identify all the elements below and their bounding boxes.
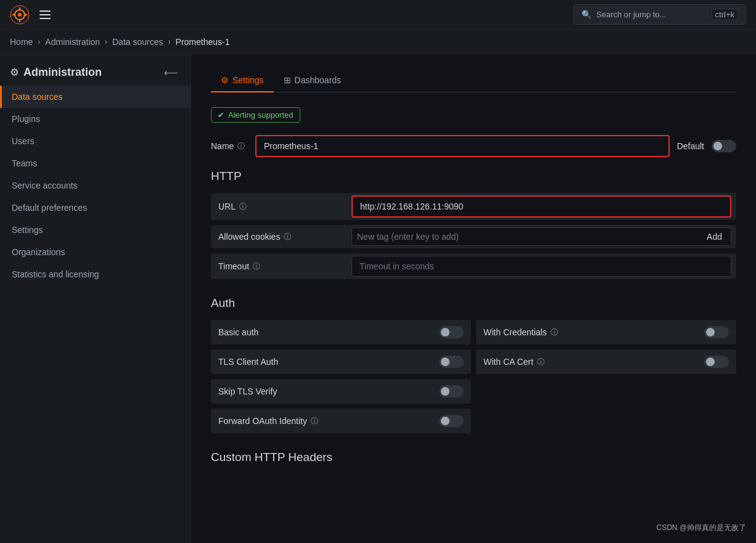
- sidebar-item-teams[interactable]: Teams: [0, 152, 191, 174]
- gear-icon: ⚙: [10, 67, 18, 78]
- forward-oauth-label: Forward OAuth Identity ⓘ: [218, 416, 318, 427]
- alert-badge: ✔ Alerting supported: [211, 107, 300, 123]
- with-credentials-toggle[interactable]: [704, 326, 729, 338]
- sidebar-item-data-sources[interactable]: Data sources: [0, 86, 191, 108]
- tab-settings[interactable]: ⚙ Settings: [211, 69, 274, 92]
- tabs: ⚙ Settings ⊞ Dashboards: [211, 69, 736, 92]
- sidebar-nav: Data sourcesPluginsUsersTeamsService acc…: [0, 86, 191, 285]
- default-toggle[interactable]: [712, 140, 736, 152]
- sidebar-header: ⚙ Administration ⟵: [0, 54, 191, 86]
- url-input[interactable]: [351, 195, 731, 218]
- sidebar: ⚙ Administration ⟵ Data sourcesPluginsUs…: [0, 54, 191, 543]
- breadcrumb-datasources[interactable]: Data sources: [112, 37, 163, 47]
- auth-section-title: Auth: [211, 296, 736, 310]
- grafana-logo: [10, 5, 30, 25]
- with-credentials-info-icon[interactable]: ⓘ: [551, 327, 558, 338]
- topbar-left: [10, 5, 53, 25]
- with-ca-cert-toggle[interactable]: [704, 356, 729, 368]
- auth-row-with-credentials: With Credentials ⓘ: [476, 320, 736, 345]
- name-info-icon[interactable]: ⓘ: [237, 141, 245, 152]
- http-section: HTTP URL ⓘ Allowed cookies ⓘ: [211, 169, 736, 279]
- with-ca-cert-label: With CA Cert ⓘ: [483, 357, 544, 367]
- basic-auth-toggle[interactable]: [439, 326, 464, 338]
- allowed-cookies-label-cell: Allowed cookies ⓘ: [211, 226, 347, 248]
- search-bar[interactable]: 🔍 Search or jump to... ctrl+k: [573, 4, 746, 25]
- url-row: URL ⓘ: [211, 193, 736, 220]
- check-icon: ✔: [218, 110, 224, 120]
- breadcrumb-sep-3: ›: [168, 38, 171, 46]
- cookies-input[interactable]: [357, 232, 703, 242]
- auth-row-basic-auth: Basic auth: [211, 320, 471, 345]
- cookies-field-cell: Add: [347, 225, 736, 248]
- topbar: 🔍 Search or jump to... ctrl+k: [0, 0, 756, 30]
- main-content: ⚙ Settings ⊞ Dashboards ✔ Alerting suppo…: [191, 54, 756, 543]
- sidebar-item-service-accounts[interactable]: Service accounts: [0, 174, 191, 197]
- auth-row-tls-client-auth: TLS Client Auth: [211, 349, 471, 374]
- breadcrumb-sep-1: ›: [38, 38, 40, 46]
- allowed-cookies-row: Allowed cookies ⓘ Add: [211, 225, 736, 248]
- with-credentials-label: With Credentials ⓘ: [483, 327, 558, 338]
- svg-point-2: [18, 13, 22, 17]
- custom-http-headers-title: Custom HTTP Headers: [211, 451, 736, 464]
- sidebar-item-statistics-licensing[interactable]: Statistics and licensing: [0, 263, 191, 285]
- name-input[interactable]: [255, 135, 670, 157]
- sidebar-item-users[interactable]: Users: [0, 130, 191, 152]
- basic-auth-label: Basic auth: [218, 327, 258, 337]
- sidebar-collapse-button[interactable]: ⟵: [162, 64, 181, 81]
- hamburger-menu[interactable]: [37, 8, 53, 22]
- url-field-cell: [347, 193, 736, 220]
- layout: ⚙ Administration ⟵ Data sourcesPluginsUs…: [0, 54, 756, 543]
- auth-section: Auth Basic auth With Credentials ⓘ: [211, 296, 736, 433]
- breadcrumb: Home › Administration › Data sources › P…: [0, 30, 756, 54]
- timeout-row: Timeout ⓘ: [211, 253, 736, 279]
- search-placeholder: Search or jump to...: [596, 10, 666, 19]
- timeout-field-cell: [347, 253, 736, 279]
- skip-tls-verify-toggle[interactable]: [439, 385, 464, 398]
- url-label-cell: URL ⓘ: [211, 195, 347, 218]
- breadcrumb-home[interactable]: Home: [10, 37, 33, 47]
- name-label: Name ⓘ: [211, 141, 248, 152]
- add-cookie-button[interactable]: Add: [703, 231, 726, 243]
- tls-client-auth-toggle[interactable]: [439, 356, 464, 368]
- breadcrumb-sep-2: ›: [105, 38, 107, 46]
- sidebar-title: ⚙ Administration: [10, 66, 102, 79]
- dashboards-tab-icon: ⊞: [284, 75, 291, 85]
- breadcrumb-current: Prometheus-1: [176, 37, 230, 47]
- cookies-field-wrap: Add: [351, 227, 731, 246]
- sidebar-item-default-preferences[interactable]: Default preferences: [0, 197, 191, 219]
- search-icon: 🔍: [581, 10, 591, 19]
- with-ca-cert-info-icon[interactable]: ⓘ: [537, 357, 544, 367]
- forward-oauth-toggle[interactable]: [439, 415, 464, 427]
- sidebar-item-settings[interactable]: Settings: [0, 219, 191, 241]
- auth-row-forward-oauth: Forward OAuth Identity ⓘ: [211, 409, 471, 433]
- skip-tls-verify-label: Skip TLS Verify: [218, 386, 277, 396]
- tab-dashboards[interactable]: ⊞ Dashboards: [274, 69, 351, 92]
- name-row: Name ⓘ Default: [211, 135, 736, 157]
- cookies-info-icon[interactable]: ⓘ: [284, 232, 291, 242]
- timeout-input[interactable]: [351, 256, 731, 277]
- watermark: CSDN @帅得真的是无敌了: [656, 523, 746, 533]
- auth-grid: Basic auth With Credentials ⓘ TLS Client…: [211, 320, 736, 433]
- kbd-hint: ctrl+k: [712, 9, 738, 20]
- settings-tab-icon: ⚙: [221, 75, 229, 85]
- breadcrumb-admin[interactable]: Administration: [45, 37, 100, 47]
- sidebar-item-plugins[interactable]: Plugins: [0, 108, 191, 130]
- timeout-info-icon[interactable]: ⓘ: [253, 261, 260, 272]
- http-section-title: HTTP: [211, 169, 736, 183]
- auth-row-skip-tls-verify: Skip TLS Verify: [211, 379, 471, 404]
- url-info-icon[interactable]: ⓘ: [239, 202, 247, 212]
- auth-row-with-ca-cert: With CA Cert ⓘ: [476, 349, 736, 374]
- default-label: Default: [677, 141, 704, 151]
- forward-oauth-info-icon[interactable]: ⓘ: [311, 416, 318, 427]
- sidebar-item-organizations[interactable]: Organizations: [0, 241, 191, 263]
- timeout-label-cell: Timeout ⓘ: [211, 255, 347, 278]
- tls-client-auth-label: TLS Client Auth: [218, 357, 278, 367]
